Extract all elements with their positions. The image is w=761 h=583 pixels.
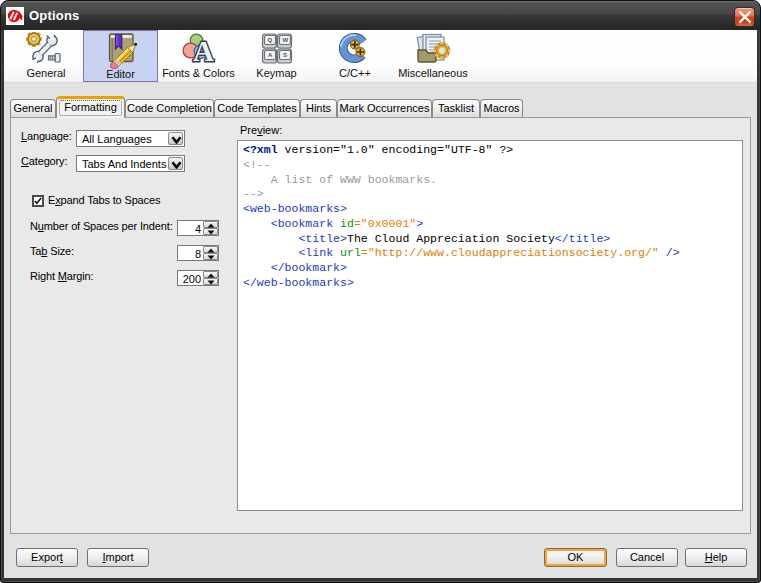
- svg-text:Q: Q: [267, 37, 272, 43]
- svg-text:A: A: [193, 35, 214, 65]
- svg-text:A: A: [268, 52, 273, 58]
- svg-text:W: W: [282, 37, 288, 43]
- svg-text:S: S: [283, 52, 287, 58]
